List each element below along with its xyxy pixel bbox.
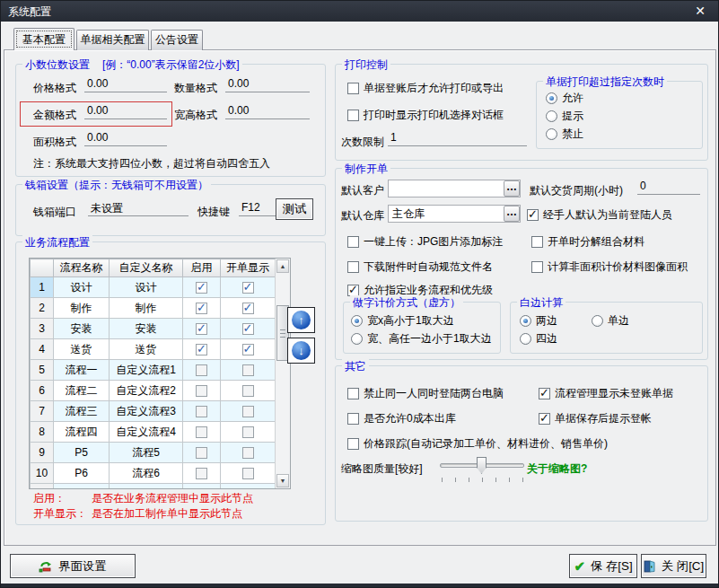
- custom-name-cell[interactable]: 安装: [110, 319, 183, 339]
- enabled-checkbox[interactable]: [196, 488, 207, 490]
- size-format-input[interactable]: 0.00: [225, 104, 310, 119]
- custom-name-cell[interactable]: 送货: [110, 339, 183, 360]
- custom-name-cell[interactable]: 设计: [110, 277, 183, 298]
- checkbox-normalize-filename[interactable]: 下载附件时自动规范文件名: [347, 259, 493, 275]
- about-thumbnail-link[interactable]: 关于缩略图?: [527, 461, 587, 477]
- custom-name-cell[interactable]: 自定义流程2: [110, 381, 183, 401]
- enabled-checkbox[interactable]: [196, 447, 207, 459]
- table-row[interactable]: 5 流程一 自定义流程1: [31, 360, 276, 381]
- table-row[interactable]: 2 制作 制作: [31, 298, 276, 319]
- custom-name-cell[interactable]: 自定义流程1: [110, 360, 183, 381]
- process-name-cell[interactable]: 安装: [54, 319, 110, 339]
- default-customer-input[interactable]: …: [388, 180, 521, 197]
- checkbox-save-prompt[interactable]: 单据保存后提示登帐: [539, 411, 652, 426]
- checkbox-image-area[interactable]: 计算非面积计价材料图像面积: [531, 259, 688, 275]
- show-checkbox[interactable]: [242, 282, 254, 294]
- move-up-button[interactable]: ↑: [287, 307, 315, 333]
- custom-name-cell[interactable]: 制作: [110, 298, 183, 319]
- show-checkbox[interactable]: [242, 468, 254, 479]
- enabled-checkbox[interactable]: [196, 385, 207, 397]
- move-down-button[interactable]: ↓: [287, 338, 315, 364]
- process-name-cell[interactable]: 流程三: [54, 401, 110, 422]
- custom-name-cell[interactable]: 自定义流程3: [110, 401, 183, 422]
- print-limit-input[interactable]: 1: [388, 131, 527, 146]
- show-checkbox[interactable]: [242, 406, 254, 417]
- checkbox-price-tracking[interactable]: 价格跟踪(自动记录加工单价、材料进价、销售单价): [347, 436, 608, 452]
- table-row[interactable]: 7 流程三 自定义流程3: [31, 401, 276, 422]
- default-warehouse-input[interactable]: 主仓库 …: [388, 205, 521, 223]
- checkbox-print-after-register[interactable]: 单据登账后才允许打印或导出: [347, 81, 504, 96]
- show-checkbox[interactable]: [242, 344, 254, 355]
- qty-format-input[interactable]: 0.00: [225, 77, 310, 92]
- ellipsis-button[interactable]: …: [504, 206, 520, 222]
- process-name-cell[interactable]: P5: [54, 443, 110, 463]
- table-row-partial[interactable]: [31, 484, 276, 490]
- ui-settings-button[interactable]: 界面设置: [10, 554, 136, 578]
- show-checkbox[interactable]: [242, 385, 254, 397]
- show-checkbox[interactable]: [242, 488, 254, 490]
- radio-four-sides[interactable]: 四边: [520, 331, 557, 347]
- tab-basic-config[interactable]: 基本配置: [13, 28, 75, 50]
- cashbox-port-input[interactable]: 未设置: [88, 201, 189, 216]
- radio-pricing-either[interactable]: 宽、高任一边小于1取大边: [351, 331, 492, 347]
- process-name-cell[interactable]: P6: [54, 463, 110, 484]
- custom-name-cell[interactable]: 流程5: [110, 443, 183, 463]
- test-button[interactable]: 测试: [276, 198, 313, 220]
- process-name-cell[interactable]: 送货: [54, 339, 110, 360]
- save-button[interactable]: ✔ 保 存[S]: [569, 554, 637, 578]
- show-checkbox[interactable]: [242, 303, 254, 314]
- process-name-cell[interactable]: 流程二: [54, 381, 110, 401]
- process-name-cell[interactable]: 流程一: [54, 360, 110, 381]
- show-checkbox[interactable]: [242, 426, 254, 438]
- checkbox-show-unregistered[interactable]: 流程管理显示未登账单据: [539, 386, 673, 401]
- scroll-down-icon[interactable]: ▼: [276, 474, 289, 487]
- amount-format-input[interactable]: 0.00: [84, 104, 167, 119]
- process-name-cell[interactable]: 设计: [54, 277, 110, 298]
- show-checkbox[interactable]: [242, 447, 254, 459]
- enabled-checkbox[interactable]: [196, 406, 207, 417]
- window-close-button[interactable]: 关 闭[C]: [641, 554, 706, 578]
- price-format-input[interactable]: 0.00: [84, 77, 167, 92]
- radio-prompt[interactable]: 提示: [546, 109, 583, 124]
- area-format-input[interactable]: 0.00: [84, 131, 167, 146]
- table-row[interactable]: 8 流程四 自定义流程4: [31, 422, 276, 443]
- table-row[interactable]: 1 设计 设计: [31, 277, 276, 298]
- scroll-up-icon[interactable]: ▲: [276, 259, 289, 273]
- checkbox-zero-cost-out[interactable]: 是否允许0成本出库: [347, 411, 456, 426]
- enabled-checkbox[interactable]: [196, 426, 207, 438]
- show-checkbox[interactable]: [242, 364, 254, 376]
- radio-forbid[interactable]: 禁止: [546, 127, 583, 142]
- table-row[interactable]: 3 安装 安装: [31, 319, 276, 339]
- ellipsis-button[interactable]: …: [504, 180, 520, 197]
- checkbox-forbid-same-login[interactable]: 禁止同一人同时登陆两台电脑: [347, 386, 504, 401]
- table-row[interactable]: 9 P5 流程5: [31, 443, 276, 463]
- enabled-checkbox[interactable]: [196, 344, 207, 355]
- process-name-cell[interactable]: 制作: [54, 298, 110, 319]
- enabled-checkbox[interactable]: [196, 303, 207, 314]
- close-icon[interactable]: ✕: [695, 4, 706, 18]
- tab-announcement[interactable]: 公告设置: [151, 30, 203, 50]
- custom-name-cell[interactable]: 流程6: [110, 463, 183, 484]
- radio-one-side[interactable]: 单边: [592, 313, 629, 329]
- radio-allow[interactable]: 允许: [546, 91, 583, 106]
- table-scrollbar[interactable]: ▲ ▼: [275, 259, 290, 488]
- radio-pricing-wh[interactable]: 宽x高小于1取大边: [351, 313, 454, 329]
- radio-two-sides[interactable]: 两边: [520, 313, 557, 329]
- checkbox-printer-dialog[interactable]: 打印时显示打印机选择对话框: [347, 108, 504, 123]
- slider-thumb[interactable]: [477, 457, 487, 474]
- checkbox-one-key-upload[interactable]: 一键上传：JPG图片添加标注: [347, 234, 503, 250]
- enabled-checkbox[interactable]: [196, 282, 207, 294]
- checkbox-handler-default[interactable]: 经手人默认为当前登陆人员: [527, 207, 672, 223]
- enabled-checkbox[interactable]: [196, 323, 207, 335]
- process-name-cell[interactable]: 流程四: [54, 422, 110, 443]
- custom-name-cell[interactable]: 自定义流程4: [110, 422, 183, 443]
- table-row[interactable]: 10 P6 流程6: [31, 463, 276, 484]
- titlebar[interactable]: 系统配置 ✕: [1, 1, 718, 22]
- checkbox-decompose-materials[interactable]: 开单时分解组合材料: [531, 234, 644, 250]
- show-checkbox[interactable]: [242, 323, 254, 335]
- enabled-checkbox[interactable]: [196, 364, 207, 376]
- enabled-checkbox[interactable]: [196, 468, 207, 479]
- delivery-cycle-input[interactable]: 0: [637, 180, 700, 195]
- table-row[interactable]: 4 送货 送货: [31, 339, 276, 360]
- tab-document-config[interactable]: 单据相关配置: [76, 30, 149, 50]
